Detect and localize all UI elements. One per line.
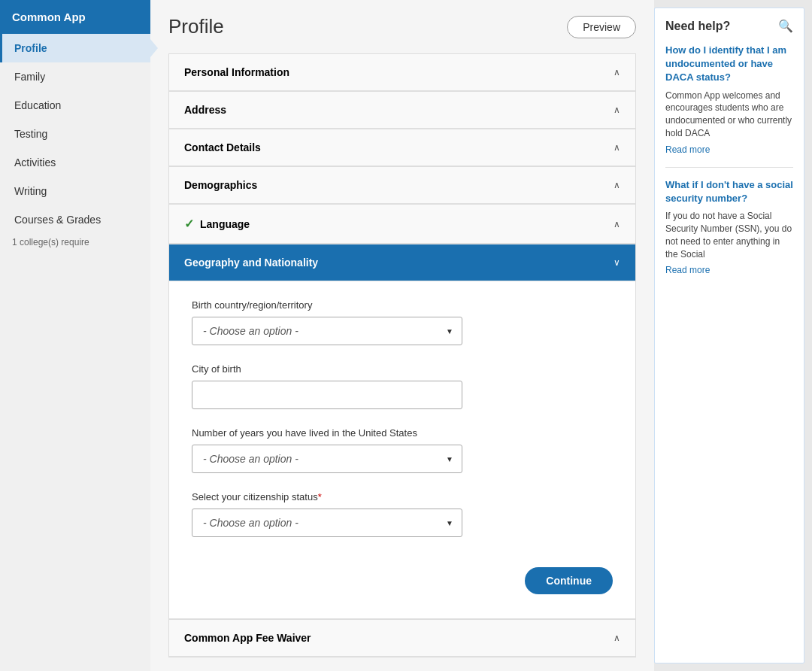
chevron-address: ∧	[614, 105, 620, 115]
form-group-citizenship: Select your citizenship status* - Choose…	[192, 491, 613, 537]
divider	[665, 167, 793, 168]
chevron-language: ∧	[614, 219, 620, 229]
help-title: Need help?	[665, 20, 730, 33]
help-question-1: What if I don't have a social security n…	[665, 178, 793, 205]
help-question-0: How do I identify that I am undocumented…	[665, 44, 793, 85]
chevron-contact-details: ∧	[614, 142, 620, 153]
help-answer-0: Common App welcomes and encourages stude…	[665, 90, 793, 140]
form-actions: Continue	[192, 555, 613, 600]
accordion-header-contact-details[interactable]: Contact Details ∧	[169, 129, 635, 166]
accordion-geography: Geography and Nationality ∨ Birth countr…	[168, 244, 636, 620]
chevron-geography: ∨	[614, 257, 620, 268]
page-title: Profile	[168, 15, 224, 38]
sidebar-item-activities[interactable]: Activities	[0, 148, 150, 177]
help-header: Need help? 🔍	[665, 19, 793, 33]
sidebar: Common App Profile Family Education Test…	[0, 0, 150, 671]
sidebar-item-profile[interactable]: Profile	[0, 34, 150, 62]
select-wrapper-birth-country: - Choose an option -	[192, 317, 462, 345]
accordion-header-fee-waiver[interactable]: Common App Fee Waiver ∧	[169, 620, 635, 657]
select-wrapper-citizenship: - Choose an option -	[192, 509, 462, 537]
read-more-0[interactable]: Read more	[665, 144, 710, 155]
input-city-birth[interactable]	[192, 381, 462, 409]
accordion-address: Address ∧	[168, 92, 636, 129]
sidebar-item-testing[interactable]: Testing	[0, 120, 150, 148]
accordion-title-personal-info: Personal Information	[184, 66, 289, 78]
form-group-city-birth: City of birth	[192, 363, 613, 409]
accordion-body-geography: Birth country/region/territory - Choose …	[169, 281, 635, 619]
help-search-button[interactable]: 🔍	[778, 19, 793, 33]
help-item-0: How do I identify that I am undocumented…	[665, 44, 793, 155]
form-group-birth-country: Birth country/region/territory - Choose …	[192, 299, 613, 345]
help-answer-1: If you do not have a Social Security Num…	[665, 210, 793, 260]
accordion-title-fee-waiver: Common App Fee Waiver	[184, 632, 311, 644]
accordion-header-address[interactable]: Address ∧	[169, 92, 635, 129]
accordion-title-language: ✓ Language	[184, 217, 250, 231]
accordion-title-contact-details: Contact Details	[184, 141, 261, 153]
chevron-personal-info: ∧	[614, 67, 620, 77]
courses-grades-sub: 1 college(s) require	[0, 234, 150, 254]
select-citizenship[interactable]: - Choose an option -	[192, 509, 462, 537]
accordion-language: ✓ Language ∧	[168, 205, 636, 244]
accordion-demographics: Demographics ∧	[168, 167, 636, 205]
accordion-header-personal-info[interactable]: Personal Information ∧	[169, 54, 635, 91]
select-birth-country[interactable]: - Choose an option -	[192, 317, 462, 345]
label-birth-country: Birth country/region/territory	[192, 299, 613, 311]
required-star: *	[318, 491, 322, 502]
main-content: Profile Preview Personal Information ∧ A…	[150, 0, 654, 671]
sidebar-item-courses-grades[interactable]: Courses & Grades	[0, 205, 150, 234]
check-icon-language: ✓	[184, 217, 194, 231]
chevron-demographics: ∧	[614, 180, 620, 190]
sidebar-item-writing[interactable]: Writing	[0, 177, 150, 205]
accordion-contact-details: Contact Details ∧	[168, 129, 636, 167]
help-item-1: What if I don't have a social security n…	[665, 178, 793, 276]
continue-button[interactable]: Continue	[525, 567, 613, 594]
preview-button[interactable]: Preview	[567, 16, 636, 38]
accordion-fee-waiver: Common App Fee Waiver ∧	[168, 620, 636, 657]
search-icon: 🔍	[778, 20, 793, 32]
accordion-header-language[interactable]: ✓ Language ∧	[169, 205, 635, 244]
form-group-years-us: Number of years you have lived in the Un…	[192, 427, 613, 473]
accordion-title-demographics: Demographics	[184, 179, 257, 191]
select-wrapper-years-us: - Choose an option -	[192, 445, 462, 473]
app-name: Common App	[0, 0, 150, 34]
help-panel: Need help? 🔍 How do I identify that I am…	[654, 8, 804, 663]
chevron-fee-waiver: ∧	[614, 633, 620, 643]
select-years-us[interactable]: - Choose an option -	[192, 445, 462, 473]
label-years-us: Number of years you have lived in the Un…	[192, 427, 613, 439]
sidebar-item-education[interactable]: Education	[0, 91, 150, 120]
sidebar-nav: Profile Family Education Testing Activit…	[0, 34, 150, 254]
accordion-title-geography: Geography and Nationality	[184, 257, 318, 269]
accordion-header-demographics[interactable]: Demographics ∧	[169, 167, 635, 204]
accordion-header-geography[interactable]: Geography and Nationality ∨	[169, 244, 635, 281]
label-city-birth: City of birth	[192, 363, 613, 375]
sidebar-item-family[interactable]: Family	[0, 62, 150, 91]
accordion-title-address: Address	[184, 104, 226, 116]
label-citizenship: Select your citizenship status*	[192, 491, 613, 502]
accordion-personal-info: Personal Information ∧	[168, 53, 636, 92]
page-header: Profile Preview	[168, 15, 636, 38]
read-more-1[interactable]: Read more	[665, 265, 710, 275]
